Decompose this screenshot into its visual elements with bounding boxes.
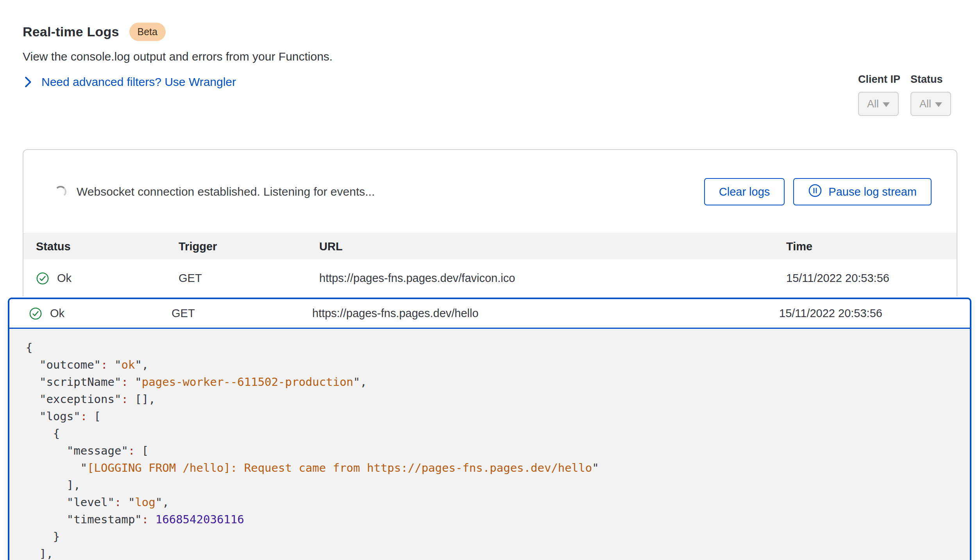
status-value: All (919, 98, 931, 110)
clear-logs-label: Clear logs (719, 185, 770, 198)
row-status-cell: Ok (29, 307, 172, 320)
check-circle-icon (36, 272, 49, 285)
expanded-log-entry: Ok GET https://pages-fns.pages.dev/hello… (8, 298, 971, 560)
log-actions: Clear logs Pause log stream (704, 178, 932, 205)
pause-log-stream-button[interactable]: Pause log stream (793, 178, 932, 205)
chevron-right-icon (23, 76, 33, 88)
pause-log-stream-label: Pause log stream (828, 185, 917, 198)
caret-down-icon (883, 102, 890, 107)
row-time: 15/11/2022 20:53:56 (786, 272, 944, 285)
clear-logs-button[interactable]: Clear logs (704, 178, 785, 205)
page-header: Real-time Logs Beta (23, 23, 166, 41)
page-title: Real-time Logs (23, 24, 119, 39)
row-status-cell: Ok (36, 272, 179, 285)
check-circle-icon (29, 307, 42, 320)
loading-spinner-icon (55, 186, 66, 198)
row-url: https://pages-fns.pages.dev/hello (312, 307, 779, 320)
table-row-selected[interactable]: Ok GET https://pages-fns.pages.dev/hello… (9, 299, 970, 329)
client-ip-dropdown[interactable]: All (858, 92, 899, 116)
beta-badge: Beta (129, 23, 166, 41)
client-ip-label: Client IP (858, 73, 900, 86)
caret-down-icon (935, 102, 942, 107)
col-header-time: Time (786, 240, 944, 253)
row-url: https://pages-fns.pages.dev/favicon.ico (319, 272, 786, 285)
row-trigger: GET (172, 307, 312, 320)
table-row[interactable]: Ok GET https://pages-fns.pages.dev/favic… (23, 259, 957, 298)
page-description: View the console.log output and errors f… (23, 50, 333, 63)
log-json: { "outcome": "ok", "scriptName": "pages-… (9, 329, 970, 560)
log-panel-statusbar: Websocket connection established. Listen… (23, 150, 957, 233)
status-label: Status (910, 73, 951, 86)
log-filters: Client IP All Status All (858, 73, 951, 116)
filter-status: Status All (910, 73, 951, 116)
log-table-header: Status Trigger URL Time (23, 233, 957, 259)
connection-status: Websocket connection established. Listen… (55, 150, 375, 233)
status-dropdown[interactable]: All (910, 92, 951, 116)
client-ip-value: All (867, 98, 879, 110)
row-trigger: GET (179, 272, 319, 285)
row-time: 15/11/2022 20:53:56 (779, 307, 950, 320)
filter-client-ip: Client IP All (858, 73, 900, 116)
col-header-url: URL (319, 240, 786, 253)
wrangler-link-label: Need advanced filters? Use Wrangler (41, 75, 236, 89)
col-header-trigger: Trigger (179, 240, 319, 253)
wrangler-filters-link[interactable]: Need advanced filters? Use Wrangler (23, 75, 236, 89)
col-header-status: Status (36, 240, 179, 253)
row-status-text: Ok (57, 272, 72, 285)
pause-circle-icon (808, 184, 822, 200)
row-status-text: Ok (50, 307, 64, 320)
connection-status-text: Websocket connection established. Listen… (77, 185, 375, 198)
